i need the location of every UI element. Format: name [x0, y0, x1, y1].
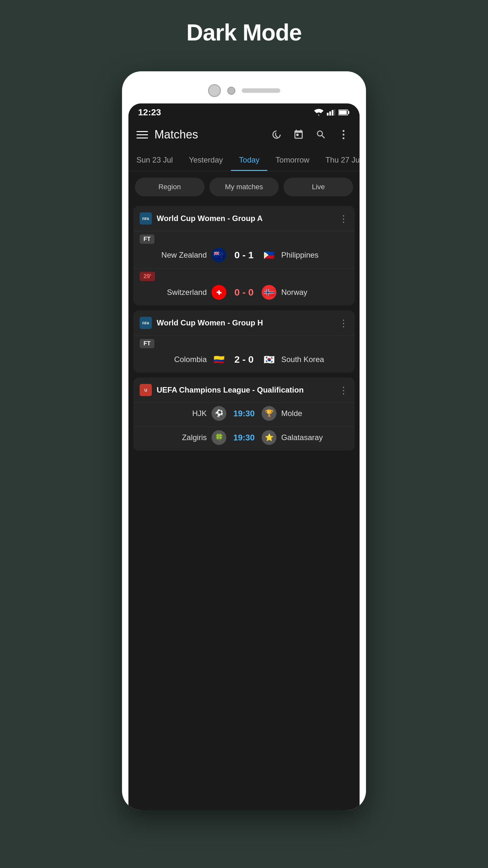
filter-bar: Region My matches Live: [128, 171, 360, 203]
match-row-zalgiris-galatasaray: Zalgiris 🍀 19:30 ⭐ Galatasaray: [140, 430, 348, 445]
matches-list: FIFA World Cup Women - Group A ⋮ FT New …: [128, 203, 360, 454]
match-row-co-kr: Colombia 🇨🇴 2 - 0 🇰🇷 South Korea: [140, 352, 348, 367]
history-icon-button[interactable]: [268, 127, 284, 143]
team-flag-south-korea: 🇰🇷: [262, 352, 276, 367]
svg-text:FIFA: FIFA: [142, 217, 149, 221]
svg-rect-2: [332, 110, 333, 115]
hamburger-menu-icon[interactable]: [136, 131, 148, 138]
search-icon-button[interactable]: [313, 127, 329, 143]
league-icon-fifa-a: FIFA: [140, 212, 152, 224]
match-status-ch-no: 29': [140, 272, 155, 281]
match-score-ch-no: 0 - 0: [231, 287, 257, 298]
team-name-south-korea: South Korea: [281, 355, 346, 364]
team-name-molde: Molde: [281, 409, 346, 418]
match-group-world-cup-a: FIFA World Cup Women - Group A ⋮ FT New …: [133, 206, 355, 306]
team-logo-hjk: ⚽: [212, 406, 226, 421]
match-group-world-cup-h: FIFA World Cup Women - Group H ⋮ FT Colo…: [133, 310, 355, 373]
filter-my-matches-button[interactable]: My matches: [209, 178, 279, 196]
more-options-icon-button[interactable]: [335, 127, 352, 143]
league-icon-ucl: U: [140, 384, 152, 396]
group-header-world-cup-h: FIFA World Cup Women - Group H ⋮: [133, 310, 355, 335]
battery-icon: [338, 109, 350, 116]
team-flag-norway: 🇳🇴: [262, 285, 276, 300]
team-flag-switzerland: 🇨🇭: [212, 285, 226, 300]
group-header-ucl-qual: U UEFA Champions League - Qualification …: [133, 377, 355, 403]
phone-top-bar: [128, 81, 360, 100]
team-name-switzerland: Switzerland: [142, 288, 207, 297]
match-score-nz-ph: 0 - 1: [231, 250, 257, 260]
match-row-nz-ph: New Zealand 🇳🇿 0 - 1 🇵🇭 Philippines: [140, 248, 348, 262]
league-title-world-cup-h: World Cup Women - Group H: [157, 318, 334, 327]
svg-rect-5: [348, 111, 349, 114]
team-flag-philippines: 🇵🇭: [262, 248, 276, 262]
match-item-ch-no[interactable]: 29' Switzerland 🇨🇭 0 - 0 🇳🇴 Norway: [133, 268, 355, 306]
group-more-icon-ucl[interactable]: ⋮: [339, 384, 348, 396]
match-group-ucl-qual: U UEFA Champions League - Qualification …: [133, 377, 355, 451]
match-time-zalgiris-galatasaray: 19:30: [231, 433, 257, 443]
tab-thu-27-jul[interactable]: Thu 27 Jul: [318, 149, 360, 171]
match-item-hjk-molde[interactable]: HJK ⚽ 19:30 🏆 Molde: [133, 403, 355, 427]
status-bar: 12:23: [128, 103, 360, 120]
wifi-icon: [314, 109, 324, 116]
svg-rect-3: [334, 109, 335, 116]
speaker-bar: [242, 88, 280, 93]
team-name-new-zealand: New Zealand: [142, 251, 207, 259]
svg-rect-1: [329, 112, 331, 116]
league-icon-fifa-h: FIFA: [140, 317, 152, 329]
match-status-nz-ph: FT: [140, 235, 155, 244]
status-time: 12:23: [138, 107, 161, 118]
signal-icon: [327, 109, 335, 116]
svg-point-7: [343, 130, 345, 132]
team-logo-zalgiris: 🍀: [212, 430, 226, 445]
svg-point-8: [343, 134, 345, 135]
filter-region-button[interactable]: Region: [135, 178, 204, 196]
svg-text:FIFA: FIFA: [142, 321, 149, 325]
team-flag-colombia: 🇨🇴: [212, 352, 226, 367]
group-header-world-cup-a: FIFA World Cup Women - Group A ⋮: [133, 206, 355, 231]
phone-screen: 12:23: [128, 103, 360, 810]
team-name-galatasaray: Galatasaray: [281, 433, 346, 442]
team-name-norway: Norway: [281, 288, 346, 297]
tab-sun-23-jul[interactable]: Sun 23 Jul: [128, 149, 181, 171]
team-name-zalgiris: Zalgiris: [142, 433, 207, 442]
match-item-co-kr[interactable]: FT Colombia 🇨🇴 2 - 0 🇰🇷 South Korea: [133, 335, 355, 373]
team-flag-new-zealand: 🇳🇿: [212, 248, 226, 262]
page-title: Dark Mode: [186, 19, 301, 45]
team-name-colombia: Colombia: [142, 355, 207, 364]
team-name-philippines: Philippines: [281, 251, 346, 259]
match-status-co-kr: FT: [140, 339, 155, 348]
group-more-icon-a[interactable]: ⋮: [339, 213, 348, 224]
date-tabs: Sun 23 Jul Yesterday Today Tomorrow Thu …: [128, 149, 360, 171]
camera-small: [227, 87, 235, 95]
camera-main: [208, 84, 221, 97]
app-bar: Matches: [128, 120, 360, 149]
league-title-world-cup-a: World Cup Women - Group A: [157, 214, 334, 223]
league-title-ucl-qual: UEFA Champions League - Qualification: [157, 385, 334, 395]
app-bar-title: Matches: [155, 128, 262, 141]
group-more-icon-h[interactable]: ⋮: [339, 317, 348, 329]
match-score-co-kr: 2 - 0: [231, 354, 257, 365]
tab-tomorrow[interactable]: Tomorrow: [267, 149, 317, 171]
filter-live-button[interactable]: Live: [284, 178, 353, 196]
team-name-hjk: HJK: [142, 409, 207, 418]
team-logo-molde: 🏆: [262, 406, 276, 421]
svg-text:U: U: [144, 388, 148, 393]
phone-frame: 12:23: [122, 71, 366, 810]
svg-rect-6: [339, 111, 347, 114]
tab-today[interactable]: Today: [231, 149, 267, 171]
team-logo-galatasaray: ⭐: [262, 430, 276, 445]
svg-point-9: [343, 137, 345, 140]
match-time-hjk-molde: 19:30: [231, 409, 257, 418]
match-item-zalgiris-galatasaray[interactable]: Zalgiris 🍀 19:30 ⭐ Galatasaray: [133, 427, 355, 451]
tab-yesterday[interactable]: Yesterday: [181, 149, 231, 171]
status-icons: [314, 109, 350, 116]
match-row-hjk-molde: HJK ⚽ 19:30 🏆 Molde: [140, 406, 348, 421]
svg-rect-0: [327, 113, 328, 116]
calendar-icon-button[interactable]: [291, 127, 306, 143]
match-row-ch-no: Switzerland 🇨🇭 0 - 0 🇳🇴 Norway: [140, 285, 348, 300]
match-item-nz-ph[interactable]: FT New Zealand 🇳🇿 0 - 1 🇵🇭 Philippines: [133, 231, 355, 268]
